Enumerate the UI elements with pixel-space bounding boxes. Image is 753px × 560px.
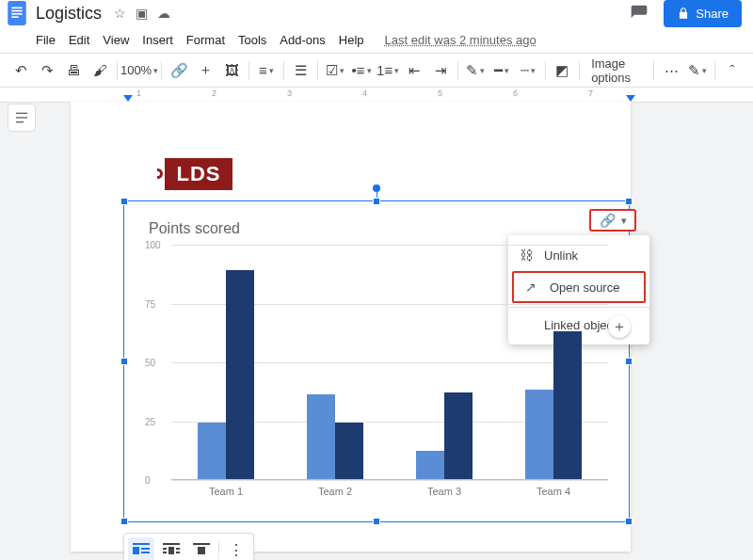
chart-content: Points scored 0255075100 Team 1Team 2Tea…: [124, 201, 629, 521]
wrap-text-icon[interactable]: [158, 537, 184, 560]
svg-rect-7: [16, 121, 24, 122]
svg-rect-6: [16, 117, 27, 118]
svg-rect-19: [198, 547, 205, 554]
ruler-tick: 4: [362, 88, 367, 98]
menu-insert[interactable]: Insert: [142, 33, 173, 47]
indent-marker-right[interactable]: [626, 95, 635, 102]
chart-x-labels: Team 1Team 2Team 3Team 4: [171, 486, 608, 497]
cloud-status-icon: ☁: [157, 6, 170, 21]
chart-plot-area: 0255075100: [171, 245, 608, 480]
indent-marker-left[interactable]: [123, 95, 133, 102]
x-tick-label: Team 4: [537, 486, 570, 497]
docs-logo-icon[interactable]: [8, 1, 26, 25]
show-outline-icon[interactable]: [8, 104, 36, 132]
ruler-tick: 6: [513, 88, 518, 98]
share-button-label: Share: [696, 7, 729, 21]
bar: [416, 451, 444, 479]
insert-comment-icon[interactable]: ＋: [194, 58, 216, 83]
ruler-tick: 3: [287, 88, 292, 98]
svg-rect-5: [16, 113, 27, 114]
menu-help[interactable]: Help: [339, 33, 364, 47]
ruler-tick: 5: [438, 88, 442, 98]
svg-rect-2: [11, 10, 22, 12]
svg-rect-3: [11, 13, 22, 15]
svg-rect-13: [168, 547, 174, 554]
crop-icon[interactable]: ◩: [551, 58, 573, 83]
gridline: [171, 480, 608, 481]
decrease-indent-icon[interactable]: ⇤: [403, 58, 425, 83]
selected-chart-object[interactable]: 🔗 ▾ ⛓ Unlink ↗ Open source Linked object…: [123, 200, 630, 522]
bar: [226, 270, 254, 480]
print-icon[interactable]: 🖶: [62, 58, 85, 83]
svg-rect-4: [11, 16, 18, 18]
last-edit-link[interactable]: Last edit was 2 minutes ago: [385, 33, 537, 47]
menu-edit[interactable]: Edit: [69, 33, 89, 47]
insert-link-icon[interactable]: 🔗: [168, 58, 190, 83]
y-tick-label: 100: [145, 240, 161, 250]
numbered-list-icon[interactable]: 1≡: [376, 58, 399, 83]
bar-group: [178, 270, 274, 480]
menu-view[interactable]: View: [103, 33, 129, 47]
editing-mode-icon[interactable]: ✎: [686, 58, 709, 83]
hide-menus-icon[interactable]: ˆ: [721, 58, 744, 83]
x-tick-label: Team 1: [209, 486, 243, 497]
bar: [525, 390, 553, 479]
more-icon[interactable]: ⋯: [660, 58, 682, 83]
wrap-inline-icon[interactable]: [128, 537, 154, 560]
svg-rect-8: [133, 543, 150, 545]
document-title[interactable]: Logistics: [36, 4, 102, 24]
y-tick-label: 75: [145, 298, 155, 309]
move-folder-icon[interactable]: ▣: [136, 6, 148, 21]
bar-group: [505, 331, 601, 480]
bar-group: [396, 392, 492, 480]
menu-file[interactable]: File: [36, 33, 56, 47]
svg-rect-14: [163, 548, 167, 550]
svg-rect-10: [141, 548, 150, 550]
y-tick-label: 0: [145, 475, 151, 486]
svg-rect-15: [176, 548, 180, 550]
increase-indent-icon[interactable]: ⇥: [429, 58, 452, 83]
wrap-more-icon[interactable]: ⋮: [223, 537, 249, 560]
checklist-icon[interactable]: ☑: [324, 58, 346, 83]
lds-logo: LDS: [165, 158, 232, 190]
bar: [307, 394, 335, 479]
separator: [218, 540, 219, 559]
bar: [335, 423, 363, 479]
zoom-select[interactable]: 100%: [123, 58, 156, 83]
menu-addons[interactable]: Add-ons: [280, 33, 325, 47]
ruler-tick: 7: [588, 88, 593, 98]
bulleted-list-icon[interactable]: •≡: [350, 58, 373, 83]
line-spacing-icon[interactable]: ☰: [289, 58, 312, 83]
lds-half-circle: [157, 168, 163, 179]
svg-rect-11: [141, 552, 150, 553]
share-button[interactable]: Share: [664, 0, 742, 27]
align-icon[interactable]: ≡: [255, 58, 278, 83]
svg-rect-16: [163, 552, 167, 553]
border-color-icon[interactable]: ✎: [464, 58, 487, 83]
y-tick-label: 25: [145, 416, 155, 426]
star-icon[interactable]: ☆: [114, 6, 126, 21]
add-suggestion-icon[interactable]: ＋: [608, 315, 631, 338]
menu-tools[interactable]: Tools: [238, 33, 266, 47]
svg-rect-17: [176, 552, 180, 553]
paint-format-icon[interactable]: 🖌: [88, 58, 111, 83]
ruler-tick: 2: [212, 88, 216, 98]
border-dash-icon[interactable]: ┄: [517, 58, 539, 83]
redo-icon[interactable]: ↷: [36, 58, 58, 83]
insert-image-icon[interactable]: 🖼: [220, 58, 243, 83]
menu-format[interactable]: Format: [186, 33, 225, 47]
border-weight-icon[interactable]: ━: [490, 58, 513, 83]
rotation-handle[interactable]: [373, 184, 380, 192]
image-options-button[interactable]: Image options: [585, 58, 648, 83]
svg-rect-12: [163, 543, 180, 545]
undo-icon[interactable]: ↶: [9, 58, 32, 83]
svg-rect-18: [193, 543, 210, 545]
wrap-break-icon[interactable]: [188, 537, 215, 560]
chart-title: Points scored: [149, 220, 616, 237]
comments-icon[interactable]: [624, 0, 654, 28]
x-tick-label: Team 3: [427, 486, 461, 497]
horizontal-ruler[interactable]: 1 2 3 4 5 6 7: [0, 88, 753, 103]
ruler-tick: 1: [136, 88, 141, 98]
svg-rect-9: [133, 547, 139, 554]
document-page[interactable]: LDS 🔗 ▾ ⛓ Unlink ↗ Open source: [71, 102, 631, 552]
